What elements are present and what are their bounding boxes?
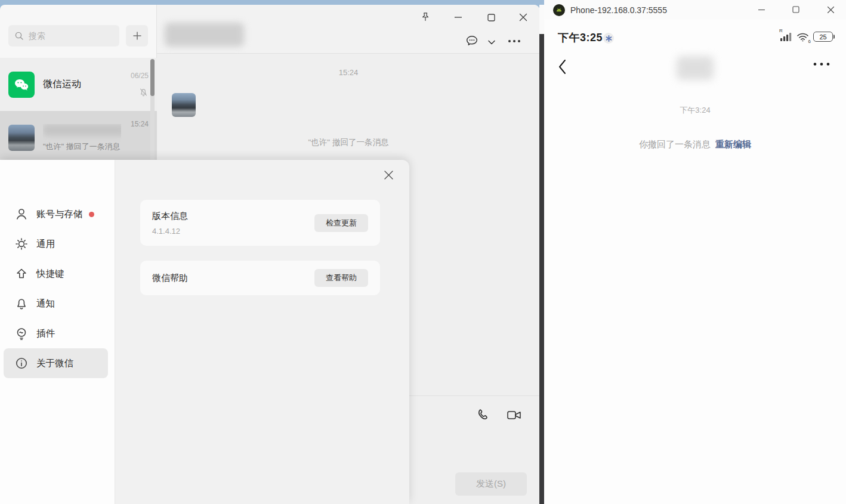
desktop: 微信运动 06/25 "也许" 撤回了一条消息 xyxy=(0,0,846,504)
phone-mirror-window: Phone-192.168.0.37:5555 下午3:25 R xyxy=(544,0,846,504)
bell-icon xyxy=(14,296,29,311)
chat-date: 06/25 xyxy=(131,72,149,80)
back-chevron-icon[interactable] xyxy=(557,58,567,75)
battery-percent: 25 xyxy=(819,33,826,41)
sidebar-item-about-wechat[interactable]: 关于微信 xyxy=(4,348,108,378)
wechat-sports-avatar xyxy=(8,72,35,98)
phone-titlebar: Phone-192.168.0.37:5555 xyxy=(544,0,846,20)
status-icons: R 6 25 xyxy=(780,32,833,42)
search-icon xyxy=(14,31,24,41)
phone-message-timestamp: 下午3:24 xyxy=(544,105,846,116)
phone-status-time: 下午3:25 xyxy=(558,30,603,45)
contact-avatar xyxy=(8,125,35,151)
phone-more-icon[interactable] xyxy=(813,62,830,66)
phone-recall-line: 你撤回了一条消息重新编辑 xyxy=(544,139,846,150)
chat-list-scrollbar[interactable] xyxy=(150,59,155,163)
plugin-icon xyxy=(14,326,29,341)
more-icon[interactable] xyxy=(505,32,523,50)
wifi-icon: 6 xyxy=(796,32,809,42)
minimize-icon[interactable] xyxy=(449,8,467,26)
settings-window: 账号与存储 通用 xyxy=(0,160,409,504)
chat-title-blurred xyxy=(165,23,244,47)
phone-window-title: Phone-192.168.0.37:5555 xyxy=(570,5,667,15)
send-button[interactable]: 发送(S) xyxy=(455,472,527,496)
contact-name-blurred xyxy=(43,124,121,136)
sidebar-item-general[interactable]: 通用 xyxy=(4,229,108,259)
status-flower-icon xyxy=(603,33,614,44)
phone-chat-title-blurred xyxy=(677,56,714,80)
about-wechat-panel: 版本信息 4.1.4.12 检查更新 微信帮助 查看帮助 xyxy=(115,160,409,504)
gear-icon xyxy=(14,237,29,251)
sidebar-item-notifications[interactable]: 通知 xyxy=(4,289,108,319)
shortcut-arrow-icon xyxy=(14,267,29,281)
chat-list-scrollbar-thumb[interactable] xyxy=(150,59,155,96)
version-value: 4.1.4.12 xyxy=(152,227,314,236)
recall-system-message: "也许" 撤回了一条消息 xyxy=(157,137,540,148)
wechat-help-card: 微信帮助 查看帮助 xyxy=(140,261,380,295)
check-update-button[interactable]: 检查更新 xyxy=(314,214,368,232)
help-title: 微信帮助 xyxy=(152,273,314,284)
close-icon[interactable] xyxy=(514,8,532,26)
dialog-close-icon[interactable] xyxy=(381,167,396,183)
sidebar-item-shortcuts[interactable]: 快捷键 xyxy=(4,259,108,289)
reedit-link[interactable]: 重新编辑 xyxy=(715,139,751,149)
sidebar-item-label: 通知 xyxy=(36,298,55,310)
phone-maximize-icon[interactable] xyxy=(787,1,805,18)
sidebar-item-label: 账号与存储 xyxy=(36,208,83,221)
battery-icon: 25 xyxy=(813,32,833,42)
wifi-6-badge: 6 xyxy=(808,39,811,44)
person-icon xyxy=(14,207,29,221)
chat-preview: "也许" 撤回了一条消息 xyxy=(43,141,121,152)
pin-icon[interactable] xyxy=(416,8,434,26)
search-box[interactable] xyxy=(8,25,119,47)
search-input[interactable] xyxy=(29,31,112,41)
message-sender-avatar[interactable] xyxy=(172,93,196,117)
settings-sidebar: 账号与存储 通用 xyxy=(0,160,115,504)
phone-minimize-icon[interactable] xyxy=(752,1,770,18)
signal-roaming-badge: R xyxy=(779,28,783,33)
android-icon xyxy=(553,4,565,16)
window-gap-dark xyxy=(539,34,544,504)
video-call-icon[interactable] xyxy=(506,408,523,422)
update-red-dot xyxy=(89,212,94,217)
message-timestamp: 15:24 xyxy=(157,68,540,77)
add-chat-button[interactable] xyxy=(126,25,148,47)
phone-recall-text: 你撤回了一条消息 xyxy=(639,139,711,149)
info-icon xyxy=(14,356,29,370)
sidebar-item-plugins[interactable]: 插件 xyxy=(4,319,108,348)
chat-header xyxy=(157,5,540,54)
view-help-button[interactable]: 查看帮助 xyxy=(314,269,368,287)
chat-list-item-wechat-sports[interactable]: 微信运动 06/25 xyxy=(0,58,157,111)
signal-icon: R xyxy=(780,32,792,41)
muted-bell-icon xyxy=(138,87,149,97)
maximize-icon[interactable] xyxy=(482,8,500,26)
sidebar-item-label: 通用 xyxy=(36,238,55,251)
chat-name: 微信运动 xyxy=(43,78,121,91)
sidebar-item-label: 关于微信 xyxy=(36,357,73,370)
sidebar-item-account-storage[interactable]: 账号与存储 xyxy=(4,199,108,229)
chat-list-item-selected[interactable]: "也许" 撤回了一条消息 15:24 xyxy=(0,111,157,165)
phone-close-icon[interactable] xyxy=(822,1,839,18)
version-title: 版本信息 xyxy=(152,211,314,222)
voice-call-icon[interactable] xyxy=(475,407,491,423)
window-gap-light xyxy=(539,5,544,34)
sidebar-item-label: 插件 xyxy=(36,327,55,340)
chevron-down-icon[interactable] xyxy=(483,33,501,51)
sidebar-item-label: 快捷键 xyxy=(36,268,64,280)
chat-time: 15:24 xyxy=(131,120,149,128)
version-info-card: 版本信息 4.1.4.12 检查更新 xyxy=(140,200,380,246)
chat-bubble-icon[interactable] xyxy=(463,32,481,50)
